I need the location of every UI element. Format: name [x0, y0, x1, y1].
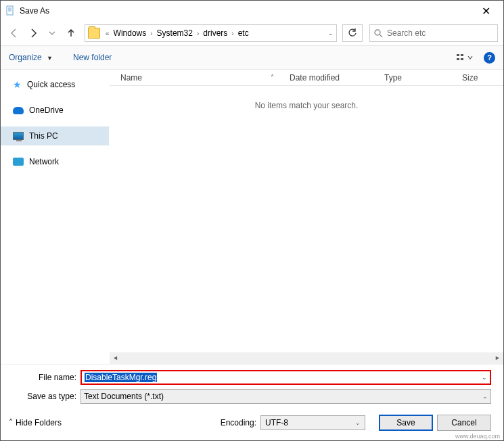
star-icon: ★ [13, 79, 22, 90]
cancel-button[interactable]: Cancel [437, 415, 491, 431]
address-bar[interactable]: « Windows › System32 › drivers › etc ⌄ [85, 24, 337, 42]
column-header-size[interactable]: Size [462, 73, 503, 83]
save-type-label: Save as type: [1, 392, 81, 401]
breadcrumb-segment[interactable]: drivers [200, 28, 230, 38]
chevron-up-icon: ˄ [9, 418, 13, 427]
nav-row: « Windows › System32 › drivers › etc ⌄ S… [1, 21, 503, 45]
network-icon [13, 158, 24, 166]
sidebar-item-network[interactable]: Network [1, 152, 109, 171]
encoding-label: Encoding: [221, 418, 256, 427]
search-input[interactable]: Search etc [369, 24, 498, 42]
recent-dropdown[interactable] [44, 25, 60, 41]
address-dropdown-icon[interactable]: ⌄ [328, 30, 334, 37]
svg-rect-9 [461, 58, 463, 60]
new-folder-button[interactable]: New folder [73, 53, 112, 62]
sidebar: ★ Quick access OneDrive This PC Network [1, 70, 109, 364]
pc-icon [13, 132, 24, 140]
chevron-right-icon: › [230, 30, 235, 37]
breadcrumb-prefix: « [104, 30, 111, 37]
scroll-left-icon[interactable]: ◄ [110, 352, 121, 364]
sidebar-item-this-pc[interactable]: This PC [1, 126, 109, 145]
svg-rect-7 [461, 54, 463, 56]
scroll-right-icon[interactable]: ► [492, 352, 503, 364]
sidebar-item-onedrive[interactable]: OneDrive [1, 101, 109, 120]
column-header-type[interactable]: Type [384, 73, 462, 83]
breadcrumb-segment[interactable]: etc [235, 28, 252, 38]
column-headers: Name ˄ Date modified Type Size [110, 70, 503, 86]
save-button[interactable]: Save [379, 415, 433, 431]
close-button[interactable]: ✕ [472, 5, 499, 18]
file-list-area: Name ˄ Date modified Type Size No items … [109, 70, 503, 364]
dropdown-caret-icon[interactable]: ⌄ [482, 374, 487, 381]
column-header-name[interactable]: Name ˄ [120, 73, 290, 83]
save-as-dialog: Save As ✕ « Windows › System32 › drivers… [0, 0, 504, 441]
scroll-track[interactable] [121, 352, 492, 364]
chevron-right-icon: › [149, 30, 154, 37]
svg-line-5 [380, 34, 382, 37]
file-name-label: File name: [1, 373, 81, 382]
save-type-dropdown[interactable]: Text Documents (*.txt) ⌄ [81, 389, 491, 404]
save-type-value: Text Documents (*.txt) [84, 392, 164, 401]
search-placeholder: Search etc [387, 28, 426, 38]
view-options-button[interactable] [457, 53, 474, 62]
sidebar-item-label: OneDrive [29, 106, 64, 115]
toolbar: Organize ▼ New folder ? [1, 45, 503, 70]
file-name-input[interactable]: DisableTaskMgr.reg ⌄ [81, 370, 491, 385]
column-header-date[interactable]: Date modified [290, 73, 384, 83]
empty-message: No items match your search. [255, 101, 359, 352]
sidebar-item-label: Quick access [27, 80, 75, 89]
breadcrumb-segment[interactable]: System32 [154, 28, 196, 38]
window-title: Save As [20, 6, 472, 16]
onedrive-icon [13, 107, 24, 114]
refresh-button[interactable] [342, 24, 363, 42]
organize-button[interactable]: Organize ▼ [9, 53, 53, 62]
encoding-dropdown[interactable]: UTF-8 ⌄ [260, 415, 365, 430]
sidebar-item-label: This PC [29, 131, 58, 141]
hide-folders-button[interactable]: ˄ Hide Folders [9, 418, 62, 427]
dropdown-triangle-icon: ▼ [47, 55, 53, 62]
watermark: www.deuaq.com [455, 433, 500, 440]
document-icon [5, 5, 16, 16]
help-button[interactable]: ? [484, 52, 495, 64]
titlebar: Save As ✕ [1, 1, 503, 21]
back-button[interactable] [6, 25, 22, 41]
svg-rect-8 [457, 58, 459, 60]
file-list-body: No items match your search. [110, 86, 503, 352]
up-button[interactable] [63, 25, 79, 41]
sidebar-item-label: Network [29, 157, 59, 166]
svg-rect-6 [457, 54, 459, 56]
file-name-value: DisableTaskMgr.reg [85, 373, 157, 382]
sidebar-item-quick-access[interactable]: ★ Quick access [1, 75, 109, 94]
chevron-right-icon: › [196, 30, 200, 37]
search-icon [374, 29, 383, 38]
file-name-highlight: DisableTaskMgr.reg ⌄ [81, 370, 491, 385]
horizontal-scrollbar[interactable]: ◄ ► [110, 352, 503, 364]
svg-point-4 [375, 30, 380, 35]
folder-icon [88, 28, 100, 39]
dropdown-caret-icon: ⌄ [482, 393, 488, 400]
breadcrumb-segment[interactable]: Windows [111, 28, 150, 38]
forward-button[interactable] [25, 25, 41, 41]
bottom-panel: File name: DisableTaskMgr.reg ⌄ Save as … [1, 364, 503, 440]
sort-indicator-icon: ˄ [268, 74, 276, 81]
encoding-value: UTF-8 [265, 418, 288, 427]
main-area: ★ Quick access OneDrive This PC Network [1, 70, 503, 364]
dropdown-caret-icon: ⌄ [355, 419, 361, 426]
